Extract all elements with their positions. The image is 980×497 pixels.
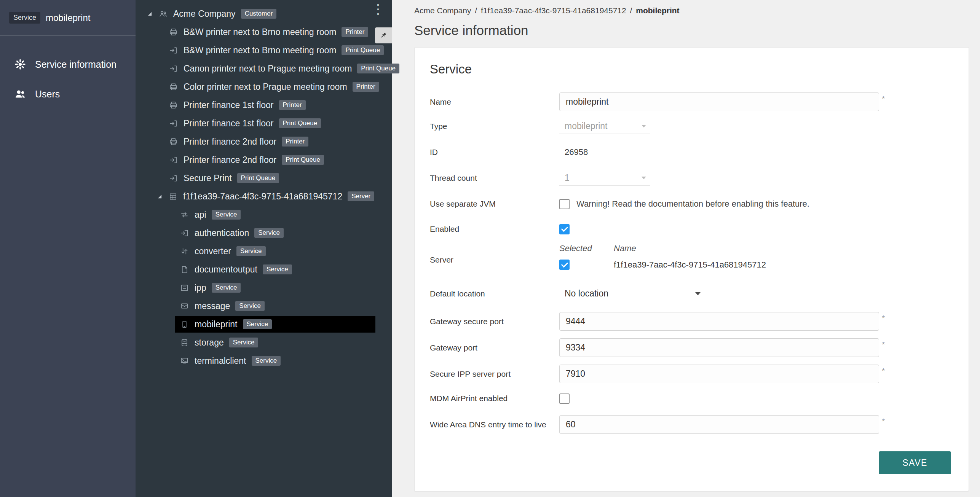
print-queue-icon — [169, 119, 178, 128]
form-row-secure-ipp-server-port: Secure IPP server port * — [430, 365, 951, 383]
tree-item-label: Secure Print — [184, 173, 232, 183]
type-badge: Server — [348, 191, 374, 201]
sidebar-item-users[interactable]: Users — [0, 79, 136, 109]
thread-count-select: 1 — [559, 170, 650, 186]
pin-icon — [379, 31, 388, 40]
tree-item-mobileprint[interactable]: mobileprintService — [136, 315, 392, 333]
save-button[interactable]: SAVE — [879, 451, 951, 474]
required-asterisk: * — [882, 417, 885, 426]
tree-item-api[interactable]: apiService — [136, 205, 392, 224]
breadcrumb-item: mobileprint — [636, 6, 679, 15]
secure-ipp-server-port-label: Secure IPP server port — [430, 370, 559, 379]
form-row-thread-count: Thread count 1 — [430, 170, 951, 186]
device-tree: Acme CompanyCustomerB&W printer next to … — [136, 0, 392, 370]
gateway-port-input[interactable] — [559, 338, 879, 357]
required-asterisk: * — [882, 366, 885, 375]
tree-item-terminalclient[interactable]: terminalclientService — [136, 352, 392, 370]
page-title: Service information — [414, 23, 980, 38]
type-badge: Print Queue — [282, 155, 324, 165]
enabled-checkbox[interactable] — [559, 224, 570, 234]
tree-item-b-w-printer-next-to-brno-meeting-room[interactable]: B&W printer next to Brno meeting roomPri… — [136, 23, 392, 41]
server-table: Selected Name f1f1ea39-7aac-4f3c-9715-41… — [559, 244, 879, 276]
server-selected-checkbox[interactable] — [559, 260, 570, 270]
tree-item-converter[interactable]: converterService — [136, 242, 392, 260]
breadcrumb: Acme Company / f1f1ea39-7aac-4f3c-9715-4… — [414, 6, 980, 15]
default-location-label: Default location — [430, 289, 559, 298]
default-location-select[interactable]: No location — [559, 285, 706, 302]
jvm-warning-text: Warning! Read the documentation before e… — [576, 199, 809, 209]
chevron-down-icon — [642, 125, 646, 127]
expand-collapse-icon[interactable] — [147, 11, 153, 17]
tree-item-f1f1ea39-7aac-4f3c-9715-41a681945712[interactable]: f1f1ea39-7aac-4f3c-9715-41a681945712Serv… — [136, 187, 392, 205]
tree-item-documentoutput[interactable]: documentoutputService — [136, 260, 392, 279]
tree-item-label: Printer finance 2nd floor — [184, 137, 276, 147]
id-value: 26958 — [559, 147, 588, 157]
printer-icon — [169, 101, 178, 110]
mobileprint-icon — [180, 320, 189, 329]
name-input[interactable] — [559, 92, 879, 111]
tree-item-printer-finance-1st-floor[interactable]: Printer finance 1st floorPrinter — [136, 96, 392, 114]
tree-item-acme-company[interactable]: Acme CompanyCustomer — [136, 5, 392, 23]
terminalclient-icon — [180, 357, 189, 365]
tree-item-label: Printer finance 1st floor — [184, 118, 274, 129]
tree-item-message[interactable]: messageService — [136, 297, 392, 315]
type-badge: Printer — [279, 100, 306, 110]
type-badge: Service — [212, 210, 241, 220]
form-row-gateway-secure-port: Gateway secure port * — [430, 312, 951, 331]
card-title: Service — [430, 62, 951, 76]
kebab-menu-icon[interactable]: ⋮ — [371, 2, 385, 16]
tree-item-b-w-printer-next-to-brno-meeting-room[interactable]: B&W printer next to Brno meeting roomPri… — [136, 41, 392, 59]
tree-item-label: Printer finance 1st floor — [184, 100, 274, 110]
wide-area-dns-ttl-label: Wide Area DNS entry time to live — [430, 420, 559, 429]
gateway-secure-port-input[interactable] — [559, 312, 879, 331]
printer-icon — [169, 83, 178, 91]
required-asterisk: * — [882, 94, 885, 103]
secure-ipp-server-port-input[interactable] — [559, 365, 879, 383]
type-badge: Print Queue — [237, 173, 279, 183]
printer-icon — [169, 28, 178, 37]
type-badge: Service — [243, 319, 272, 329]
tree-item-color-printer-next-to-prague-meeting-roo[interactable]: Color printer next to Prague meeting roo… — [136, 78, 392, 96]
tree-item-secure-print[interactable]: Secure PrintPrint Queue — [136, 169, 392, 187]
tree-item-storage[interactable]: storageService — [136, 333, 392, 352]
gateway-secure-port-label: Gateway secure port — [430, 317, 559, 326]
users-icon — [14, 88, 26, 100]
wide-area-dns-ttl-input[interactable] — [559, 415, 879, 434]
breadcrumb-item[interactable]: f1f1ea39-7aac-4f3c-9715-41a681945712 — [481, 6, 626, 15]
expand-collapse-icon[interactable] — [157, 194, 163, 199]
tree-item-ipp[interactable]: ippService — [136, 279, 392, 297]
tree-item-canon-printer-next-to-prague-meeting-roo[interactable]: Canon printer next to Prague meeting roo… — [136, 59, 392, 78]
server-icon — [169, 192, 177, 201]
breadcrumb-item[interactable]: Acme Company — [414, 6, 471, 15]
use-separate-jvm-checkbox[interactable] — [559, 199, 570, 209]
form-row-mdm-airprint: MDM AirPrint enabled — [430, 391, 951, 406]
mdm-airprint-checkbox[interactable] — [559, 393, 570, 404]
storage-icon — [180, 338, 189, 347]
authentication-icon — [180, 229, 189, 237]
pin-button[interactable] — [375, 27, 392, 43]
chevron-down-icon — [642, 177, 646, 179]
form-row-id: ID 26958 — [430, 145, 951, 160]
breadcrumb-separator: / — [628, 6, 635, 15]
tree-item-label: terminalclient — [195, 356, 246, 366]
sidebar-item-service-information[interactable]: Service information — [0, 49, 136, 79]
print-queue-icon — [169, 174, 178, 183]
type-label: Type — [430, 122, 559, 131]
type-badge: Service — [263, 264, 292, 274]
tree-item-printer-finance-1st-floor[interactable]: Printer finance 1st floorPrint Queue — [136, 114, 392, 132]
tree-item-printer-finance-2nd-floor[interactable]: Printer finance 2nd floorPrint Queue — [136, 151, 392, 169]
id-label: ID — [430, 148, 559, 157]
tree-item-label: authentication — [195, 228, 249, 238]
use-separate-jvm-label: Use separate JVM — [430, 199, 559, 209]
tree-item-label: Printer finance 2nd floor — [184, 155, 276, 165]
type-badge: Printer — [342, 27, 368, 37]
tree-item-printer-finance-2nd-floor[interactable]: Printer finance 2nd floorPrinter — [136, 132, 392, 151]
type-badge: Service — [236, 246, 266, 256]
default-location-value: No location — [565, 288, 608, 299]
form-row-gateway-port: Gateway port * — [430, 338, 951, 357]
tree-item-authentication[interactable]: authenticationService — [136, 224, 392, 242]
mdm-airprint-label: MDM AirPrint enabled — [430, 394, 559, 403]
thread-count-select-value: 1 — [565, 173, 570, 183]
type-badge: Print Queue — [357, 64, 399, 73]
service-type-badge: Service — [9, 12, 40, 24]
